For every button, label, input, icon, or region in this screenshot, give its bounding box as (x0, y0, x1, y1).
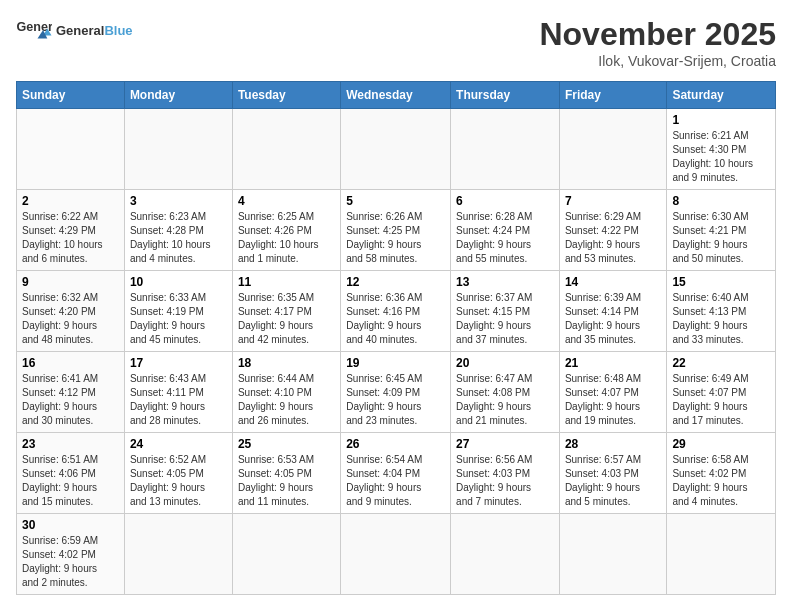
day-cell (667, 514, 776, 595)
day-info: Sunrise: 6:59 AM Sunset: 4:02 PM Dayligh… (22, 534, 119, 590)
day-info: Sunrise: 6:30 AM Sunset: 4:21 PM Dayligh… (672, 210, 770, 266)
day-cell: 9Sunrise: 6:32 AM Sunset: 4:20 PM Daylig… (17, 271, 125, 352)
day-info: Sunrise: 6:56 AM Sunset: 4:03 PM Dayligh… (456, 453, 554, 509)
day-info: Sunrise: 6:44 AM Sunset: 4:10 PM Dayligh… (238, 372, 335, 428)
day-number: 16 (22, 356, 119, 370)
day-info: Sunrise: 6:21 AM Sunset: 4:30 PM Dayligh… (672, 129, 770, 185)
day-number: 8 (672, 194, 770, 208)
day-cell: 12Sunrise: 6:36 AM Sunset: 4:16 PM Dayli… (341, 271, 451, 352)
day-cell: 16Sunrise: 6:41 AM Sunset: 4:12 PM Dayli… (17, 352, 125, 433)
day-cell: 22Sunrise: 6:49 AM Sunset: 4:07 PM Dayli… (667, 352, 776, 433)
day-info: Sunrise: 6:49 AM Sunset: 4:07 PM Dayligh… (672, 372, 770, 428)
col-header-thursday: Thursday (451, 82, 560, 109)
day-info: Sunrise: 6:58 AM Sunset: 4:02 PM Dayligh… (672, 453, 770, 509)
week-row-2: 2Sunrise: 6:22 AM Sunset: 4:29 PM Daylig… (17, 190, 776, 271)
day-number: 5 (346, 194, 445, 208)
day-cell: 13Sunrise: 6:37 AM Sunset: 4:15 PM Dayli… (451, 271, 560, 352)
page-header: General GeneralBlue November 2025 Ilok, … (16, 16, 776, 69)
day-cell: 17Sunrise: 6:43 AM Sunset: 4:11 PM Dayli… (124, 352, 232, 433)
day-cell: 25Sunrise: 6:53 AM Sunset: 4:05 PM Dayli… (232, 433, 340, 514)
day-number: 29 (672, 437, 770, 451)
day-number: 2 (22, 194, 119, 208)
calendar-header: SundayMondayTuesdayWednesdayThursdayFrid… (17, 82, 776, 109)
calendar-body: 1Sunrise: 6:21 AM Sunset: 4:30 PM Daylig… (17, 109, 776, 595)
day-info: Sunrise: 6:32 AM Sunset: 4:20 PM Dayligh… (22, 291, 119, 347)
day-number: 14 (565, 275, 661, 289)
day-cell: 30Sunrise: 6:59 AM Sunset: 4:02 PM Dayli… (17, 514, 125, 595)
day-cell: 27Sunrise: 6:56 AM Sunset: 4:03 PM Dayli… (451, 433, 560, 514)
day-info: Sunrise: 6:52 AM Sunset: 4:05 PM Dayligh… (130, 453, 227, 509)
day-number: 25 (238, 437, 335, 451)
day-info: Sunrise: 6:28 AM Sunset: 4:24 PM Dayligh… (456, 210, 554, 266)
week-row-4: 16Sunrise: 6:41 AM Sunset: 4:12 PM Dayli… (17, 352, 776, 433)
day-number: 18 (238, 356, 335, 370)
day-info: Sunrise: 6:57 AM Sunset: 4:03 PM Dayligh… (565, 453, 661, 509)
day-cell: 29Sunrise: 6:58 AM Sunset: 4:02 PM Dayli… (667, 433, 776, 514)
calendar-table: SundayMondayTuesdayWednesdayThursdayFrid… (16, 81, 776, 595)
day-info: Sunrise: 6:54 AM Sunset: 4:04 PM Dayligh… (346, 453, 445, 509)
day-number: 21 (565, 356, 661, 370)
day-cell: 14Sunrise: 6:39 AM Sunset: 4:14 PM Dayli… (559, 271, 666, 352)
day-cell (124, 109, 232, 190)
day-info: Sunrise: 6:35 AM Sunset: 4:17 PM Dayligh… (238, 291, 335, 347)
col-header-tuesday: Tuesday (232, 82, 340, 109)
day-number: 30 (22, 518, 119, 532)
day-info: Sunrise: 6:43 AM Sunset: 4:11 PM Dayligh… (130, 372, 227, 428)
day-number: 9 (22, 275, 119, 289)
day-info: Sunrise: 6:41 AM Sunset: 4:12 PM Dayligh… (22, 372, 119, 428)
day-number: 26 (346, 437, 445, 451)
day-cell: 15Sunrise: 6:40 AM Sunset: 4:13 PM Dayli… (667, 271, 776, 352)
day-cell: 6Sunrise: 6:28 AM Sunset: 4:24 PM Daylig… (451, 190, 560, 271)
day-number: 28 (565, 437, 661, 451)
day-number: 4 (238, 194, 335, 208)
col-header-sunday: Sunday (17, 82, 125, 109)
location: Ilok, Vukovar-Srijem, Croatia (539, 53, 776, 69)
day-cell (17, 109, 125, 190)
day-info: Sunrise: 6:29 AM Sunset: 4:22 PM Dayligh… (565, 210, 661, 266)
day-cell: 3Sunrise: 6:23 AM Sunset: 4:28 PM Daylig… (124, 190, 232, 271)
week-row-5: 23Sunrise: 6:51 AM Sunset: 4:06 PM Dayli… (17, 433, 776, 514)
col-header-wednesday: Wednesday (341, 82, 451, 109)
day-info: Sunrise: 6:51 AM Sunset: 4:06 PM Dayligh… (22, 453, 119, 509)
day-cell (451, 109, 560, 190)
day-cell: 24Sunrise: 6:52 AM Sunset: 4:05 PM Dayli… (124, 433, 232, 514)
day-cell (559, 514, 666, 595)
day-cell: 7Sunrise: 6:29 AM Sunset: 4:22 PM Daylig… (559, 190, 666, 271)
day-number: 12 (346, 275, 445, 289)
day-info: Sunrise: 6:26 AM Sunset: 4:25 PM Dayligh… (346, 210, 445, 266)
day-info: Sunrise: 6:23 AM Sunset: 4:28 PM Dayligh… (130, 210, 227, 266)
day-cell (232, 514, 340, 595)
day-cell (341, 109, 451, 190)
day-info: Sunrise: 6:40 AM Sunset: 4:13 PM Dayligh… (672, 291, 770, 347)
day-number: 10 (130, 275, 227, 289)
day-info: Sunrise: 6:47 AM Sunset: 4:08 PM Dayligh… (456, 372, 554, 428)
month-title: November 2025 (539, 16, 776, 53)
day-cell: 4Sunrise: 6:25 AM Sunset: 4:26 PM Daylig… (232, 190, 340, 271)
day-cell (232, 109, 340, 190)
day-info: Sunrise: 6:33 AM Sunset: 4:19 PM Dayligh… (130, 291, 227, 347)
day-info: Sunrise: 6:22 AM Sunset: 4:29 PM Dayligh… (22, 210, 119, 266)
day-number: 1 (672, 113, 770, 127)
day-cell: 26Sunrise: 6:54 AM Sunset: 4:04 PM Dayli… (341, 433, 451, 514)
day-info: Sunrise: 6:25 AM Sunset: 4:26 PM Dayligh… (238, 210, 335, 266)
day-number: 20 (456, 356, 554, 370)
day-cell: 28Sunrise: 6:57 AM Sunset: 4:03 PM Dayli… (559, 433, 666, 514)
day-number: 27 (456, 437, 554, 451)
header-row: SundayMondayTuesdayWednesdayThursdayFrid… (17, 82, 776, 109)
day-info: Sunrise: 6:39 AM Sunset: 4:14 PM Dayligh… (565, 291, 661, 347)
day-info: Sunrise: 6:45 AM Sunset: 4:09 PM Dayligh… (346, 372, 445, 428)
col-header-monday: Monday (124, 82, 232, 109)
day-number: 17 (130, 356, 227, 370)
logo: General GeneralBlue (16, 16, 133, 44)
day-number: 6 (456, 194, 554, 208)
day-cell: 11Sunrise: 6:35 AM Sunset: 4:17 PM Dayli… (232, 271, 340, 352)
day-cell (451, 514, 560, 595)
day-cell (559, 109, 666, 190)
day-number: 24 (130, 437, 227, 451)
day-number: 15 (672, 275, 770, 289)
day-cell: 10Sunrise: 6:33 AM Sunset: 4:19 PM Dayli… (124, 271, 232, 352)
week-row-6: 30Sunrise: 6:59 AM Sunset: 4:02 PM Dayli… (17, 514, 776, 595)
day-cell (341, 514, 451, 595)
day-number: 13 (456, 275, 554, 289)
col-header-friday: Friday (559, 82, 666, 109)
